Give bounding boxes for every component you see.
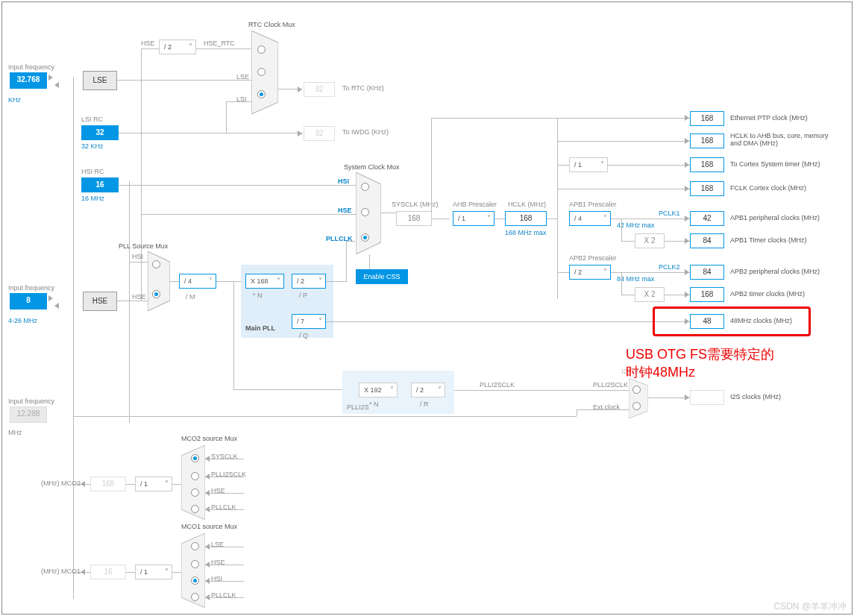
main-pll-div-p[interactable]: / 2 bbox=[292, 274, 326, 289]
wire bbox=[611, 219, 690, 219]
out-i2s-lbl: I2S clocks (MHz) bbox=[730, 393, 781, 400]
wire bbox=[557, 189, 690, 189]
wire bbox=[205, 565, 244, 565]
arrow-icon bbox=[205, 594, 210, 600]
enable-css-button[interactable]: Enable CSS bbox=[356, 269, 408, 284]
wire bbox=[141, 214, 356, 215]
wire bbox=[126, 484, 135, 485]
out-i2s-val bbox=[690, 390, 724, 405]
pll-src-radio-hsi[interactable] bbox=[152, 260, 160, 268]
wire-48m bbox=[326, 321, 691, 322]
cortex-div[interactable]: / 1 bbox=[569, 157, 608, 172]
main-pll-div-q[interactable]: / 7 bbox=[292, 314, 326, 329]
rtc-radio-lse[interactable] bbox=[257, 68, 266, 76]
sysclk-radio-hsi[interactable] bbox=[361, 183, 369, 191]
hsi-line bbox=[129, 181, 130, 423]
mco1-div[interactable]: / 1 bbox=[135, 565, 172, 579]
pll-div-m-label: / M bbox=[186, 293, 195, 301]
main-pll-mult-n[interactable]: X 168 bbox=[245, 274, 284, 289]
plli2s-mult-n[interactable]: X 192 bbox=[359, 383, 398, 397]
hse-source: HSE bbox=[83, 292, 117, 311]
wire bbox=[557, 272, 569, 273]
arrow-icon bbox=[685, 269, 689, 275]
wire bbox=[608, 165, 690, 166]
i2s-radio-ext[interactable] bbox=[632, 402, 641, 410]
spine-line bbox=[73, 77, 74, 599]
plli2s-out-label: PLLI2SCLK bbox=[480, 381, 515, 389]
wire bbox=[141, 48, 142, 301]
mco2-radio-0[interactable] bbox=[191, 454, 199, 462]
arrow-icon bbox=[205, 474, 210, 480]
pll-div-m[interactable]: / 4 bbox=[179, 274, 216, 289]
out-apb2p-val: 84 bbox=[690, 265, 724, 280]
out-fclk-val: 168 bbox=[690, 181, 724, 196]
wire bbox=[233, 389, 342, 390]
mco2-div[interactable]: / 1 bbox=[135, 477, 172, 491]
wire bbox=[205, 477, 244, 477]
wire bbox=[621, 272, 622, 295]
apb2-div[interactable]: / 2 bbox=[569, 265, 611, 280]
apb2-pclk-lbl: PCLK2 bbox=[659, 263, 680, 271]
wire bbox=[381, 213, 396, 213]
wire bbox=[119, 133, 291, 133]
hclk-label: HCLK (MHz) bbox=[508, 201, 546, 208]
mco1-radio-3[interactable] bbox=[191, 593, 199, 601]
wire bbox=[547, 219, 557, 219]
to-rtc-value: 32 bbox=[304, 82, 335, 97]
out-apb2p-lbl: APB2 peripheral clocks (MHz) bbox=[730, 268, 820, 275]
hsi-rc-label: HSI RC bbox=[81, 168, 104, 175]
apb1-div[interactable]: / 4 bbox=[569, 211, 611, 226]
pll-src-radios bbox=[148, 251, 170, 311]
to-iwdg-label: To IWDG (KHz) bbox=[342, 128, 389, 136]
mco2-radio-2[interactable] bbox=[191, 488, 199, 497]
main-pll-mult-n-lbl: * N bbox=[253, 292, 263, 299]
i2s-mux-pll-lbl: PLLI2SCLK bbox=[593, 381, 628, 389]
apb1-title: APB1 Prescaler bbox=[569, 201, 617, 208]
i2s-value[interactable]: 12.288 bbox=[10, 406, 47, 423]
wire bbox=[233, 281, 234, 389]
pll-src-title: PLL Source Mux bbox=[119, 242, 168, 250]
mco1-val: 16 bbox=[90, 565, 126, 579]
mco1-radios bbox=[181, 533, 205, 608]
wire bbox=[577, 409, 629, 410]
out-apb1t-val: 84 bbox=[690, 233, 724, 248]
out-cortex-lbl: To Cortex System timer (MHz) bbox=[730, 160, 820, 168]
lsi-rc-unit: 32 KHz bbox=[81, 142, 104, 150]
lse-value[interactable]: 32.768 bbox=[10, 72, 47, 89]
wire bbox=[205, 581, 244, 582]
mco2-radio-3[interactable] bbox=[191, 505, 199, 513]
rtc-radio-hse[interactable] bbox=[257, 45, 266, 54]
hclk-value[interactable]: 168 bbox=[505, 211, 547, 226]
watermark: CSDN @羊羊冲冲 bbox=[773, 600, 847, 613]
plli2s-div-r[interactable]: / 2 bbox=[411, 383, 445, 397]
ahb-div[interactable]: / 1 bbox=[453, 211, 494, 226]
apb2-pclk-max: 84 MHz max bbox=[617, 275, 655, 283]
arrow-icon bbox=[685, 216, 689, 221]
i2s-radio-pll[interactable] bbox=[632, 386, 641, 394]
sysclk-value: 168 bbox=[396, 211, 432, 226]
wire bbox=[454, 390, 629, 391]
wire bbox=[172, 484, 181, 485]
rtc-radio-lsi[interactable] bbox=[257, 90, 266, 98]
sysclk-radio-hse[interactable] bbox=[361, 208, 369, 216]
wire bbox=[351, 185, 356, 186]
out-eth-lbl: Ethernet PTP clock (MHz) bbox=[730, 114, 808, 122]
callout-48m bbox=[653, 307, 811, 336]
mco2-radio-1[interactable] bbox=[191, 472, 199, 480]
pll-src-radio-hse[interactable] bbox=[152, 290, 160, 298]
wire-extclock bbox=[73, 416, 577, 417]
out-apb1t-lbl: APB1 Timer clocks (MHz) bbox=[730, 236, 807, 244]
rtc-hse-div[interactable]: / 2 bbox=[159, 40, 196, 54]
mco1-radio-2[interactable] bbox=[191, 576, 199, 585]
arrow-icon bbox=[685, 162, 689, 168]
mco1-radio-0[interactable] bbox=[191, 542, 199, 550]
mco1-radio-1[interactable] bbox=[191, 560, 199, 568]
hse-value[interactable]: 8 bbox=[10, 293, 47, 309]
hsi-rc-value: 16 bbox=[81, 177, 119, 192]
rtc-hse-label: HSE bbox=[141, 40, 155, 47]
lse-source: LSE bbox=[83, 71, 117, 90]
annotation-line1: USB OTG FS需要特定的 bbox=[626, 345, 774, 363]
wire bbox=[205, 459, 244, 459]
sysclk-radio-pllclk[interactable] bbox=[361, 233, 369, 242]
wire bbox=[196, 48, 251, 49]
